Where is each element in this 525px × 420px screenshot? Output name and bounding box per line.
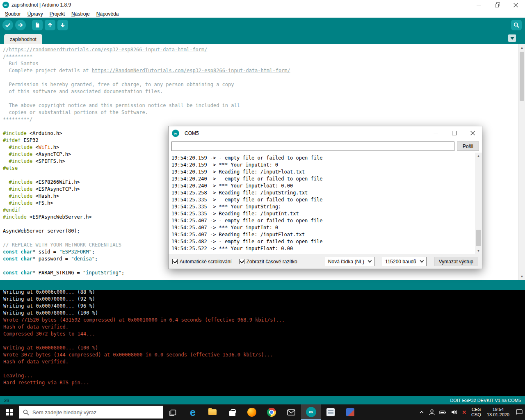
console-line: Writing at 0x00070000... (92 %) xyxy=(3,296,522,303)
serial-scrollbar-thumb[interactable] xyxy=(476,230,481,246)
person-icon xyxy=(429,409,435,415)
edge-icon: e xyxy=(190,407,196,418)
tab-list-dropdown-button[interactable] xyxy=(508,34,516,42)
serial-output-line: 19:54:25.335 -> - empty file or failed t… xyxy=(171,196,472,203)
restore-icon[interactable] xyxy=(488,0,507,10)
checkbox-checked-icon xyxy=(172,259,178,264)
scroll-up-icon[interactable]: ▲ xyxy=(519,44,525,51)
serial-output-line: 19:54:25.522 -> *** Your inputFloat: 0.0… xyxy=(171,245,472,252)
serial-output-line: 19:54:25.407 -> Reading file: /inputFloa… xyxy=(171,231,472,238)
tray-disconnect-icon[interactable]: ✕ xyxy=(460,404,468,420)
folder-icon xyxy=(208,409,217,415)
taskbar-chrome-button[interactable] xyxy=(262,404,281,420)
close-icon[interactable] xyxy=(507,0,525,10)
console-line: Writing at 0x00078000... (100 %) xyxy=(3,310,522,317)
console-line: Wrote 771520 bytes (431592 compressed) a… xyxy=(3,317,522,324)
task-view-button[interactable] xyxy=(163,404,183,420)
show-hidden-icons-button[interactable] xyxy=(417,404,427,420)
menu-nastroje[interactable]: Nástroje xyxy=(68,11,93,17)
keyboard-layout-indicator[interactable]: CES CSQ xyxy=(468,404,484,420)
serial-monitor-button[interactable] xyxy=(511,20,522,30)
action-center-button[interactable] xyxy=(514,404,525,420)
serial-output-line: 19:54:20.159 -> *** Your inputInt: 0 xyxy=(171,162,472,169)
battery-icon xyxy=(439,409,447,415)
ide-statusbar: 26 DOIT ESP32 DEVKIT V1 na COM5 xyxy=(0,396,525,404)
system-tray: ✕ CES CSQ 19:54 13.01.2020 xyxy=(417,404,525,420)
new-sketch-button[interactable] xyxy=(32,20,43,30)
minimize-icon[interactable] xyxy=(470,0,488,10)
app-icon xyxy=(346,408,354,416)
code-line: //https://randomnerdtutorials.com/esp32-… xyxy=(3,46,517,53)
scroll-up-icon[interactable]: ▲ xyxy=(475,153,482,159)
serial-scrollbar[interactable]: ▲ ▼ xyxy=(475,153,482,254)
save-sketch-button[interactable] xyxy=(57,20,68,30)
timestamp-label: Zobrazit časové razítko xyxy=(247,259,297,265)
autoscroll-checkbox[interactable]: Automatické scrollování xyxy=(172,259,232,265)
code-line: /********* xyxy=(3,53,517,60)
tab-zapishodnot[interactable]: zapishodnot xyxy=(4,34,42,44)
task-view-icon xyxy=(169,408,177,416)
titlebar[interactable]: ∞ zapishodnot | Arduino 1.8.9 xyxy=(0,0,525,10)
clear-output-button[interactable]: Vymazat výstup xyxy=(434,257,478,266)
menu-upravy[interactable]: Úpravy xyxy=(24,11,46,17)
keyboard-layout-bottom: CSQ xyxy=(471,412,481,418)
arduino-icon: ∞ xyxy=(306,407,316,417)
send-button[interactable]: Pošli xyxy=(457,142,479,151)
window-controls xyxy=(470,0,525,10)
taskbar-firefox-button[interactable] xyxy=(242,404,262,420)
tray-people-button[interactable] xyxy=(427,404,437,420)
taskbar-app-button-1[interactable] xyxy=(321,404,340,420)
console-output: Writing at 0x0006c000... (88 %)Writing a… xyxy=(0,290,525,396)
menu-projekt[interactable]: Projekt xyxy=(46,11,68,17)
baud-rate-select[interactable]: 115200 baudů xyxy=(382,257,427,266)
serial-input[interactable] xyxy=(171,142,454,151)
window-title: zapishodnot | Arduino 1.8.9 xyxy=(11,2,71,8)
line-ending-select[interactable]: Nová řádka (NL) xyxy=(325,257,374,266)
taskbar-app-button-2[interactable] xyxy=(340,404,360,420)
menu-napoveda[interactable]: Nápověda xyxy=(93,11,122,17)
taskbar-search[interactable] xyxy=(19,406,163,419)
taskbar-clock[interactable]: 19:54 13.01.2020 xyxy=(484,404,514,420)
taskbar-mail-button[interactable] xyxy=(281,404,301,420)
console-line: Hard resetting via RTS pin... xyxy=(3,379,522,386)
close-icon[interactable] xyxy=(463,126,482,140)
taskbar-edge-button[interactable]: e xyxy=(183,404,203,420)
code-line: The above copyright notice and this perm… xyxy=(3,102,517,109)
serial-monitor-title: COM5 xyxy=(185,130,199,136)
keyboard-layout-top: CES xyxy=(472,407,481,412)
taskbar-store-button[interactable] xyxy=(222,404,242,420)
tray-battery-button[interactable] xyxy=(437,404,449,420)
taskbar-file-explorer-button[interactable] xyxy=(203,404,222,420)
scroll-down-icon[interactable]: ▼ xyxy=(519,273,525,280)
console-line: Compressed 3072 bytes to 144... xyxy=(3,331,522,338)
minimize-icon[interactable] xyxy=(427,126,445,140)
serial-output-line: 19:54:20.159 -> Reading file: /inputFloa… xyxy=(171,169,472,176)
verify-button[interactable] xyxy=(2,20,13,30)
editor-console-divider[interactable] xyxy=(0,280,525,290)
tray-volume-button[interactable] xyxy=(449,404,460,420)
maximize-icon[interactable] xyxy=(445,126,463,140)
checkbox-checked-icon xyxy=(239,259,244,264)
code-line: copies or substantial portions of the So… xyxy=(3,109,517,116)
console-line: Hash of data verified. xyxy=(3,324,522,331)
taskbar-arduino-button[interactable]: ∞ xyxy=(301,404,321,420)
autoscroll-label: Automatické scrollování xyxy=(180,259,232,265)
firefox-icon xyxy=(247,408,256,417)
serial-output[interactable]: 19:54:20.159 -> - empty file or failed t… xyxy=(169,153,475,254)
menu-soubor[interactable]: Soubor xyxy=(2,11,24,17)
toolbar xyxy=(0,18,525,32)
app-icon xyxy=(326,408,335,416)
serial-output-line: 19:54:25.335 -> Reading file: /inputInt.… xyxy=(171,210,472,217)
editor-scrollbar[interactable]: ▲ ▼ xyxy=(518,44,525,280)
scroll-down-icon[interactable]: ▼ xyxy=(475,247,482,254)
serial-output-line: 19:54:25.407 -> - empty file or failed t… xyxy=(171,217,472,224)
arduino-app-icon: ∞ xyxy=(172,130,179,137)
serial-monitor-titlebar[interactable]: ∞ COM5 xyxy=(169,126,482,140)
editor-scrollbar-thumb[interactable] xyxy=(520,52,524,101)
start-button[interactable] xyxy=(0,404,19,420)
shopping-bag-icon xyxy=(229,411,235,416)
open-sketch-button[interactable] xyxy=(45,20,55,30)
upload-button[interactable] xyxy=(15,20,26,30)
timestamp-checkbox[interactable]: Zobrazit časové razítko xyxy=(239,259,297,265)
search-input[interactable] xyxy=(32,409,159,415)
